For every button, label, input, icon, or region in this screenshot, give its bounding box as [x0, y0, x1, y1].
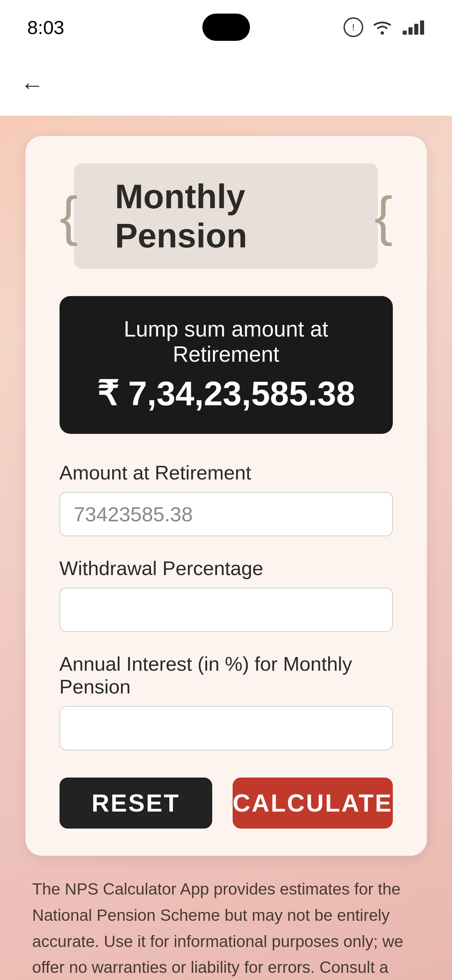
svg-rect-5: [414, 24, 418, 35]
disclaimer-text: The NPS Calculator App provides estimate…: [32, 876, 420, 980]
result-amount: ₹ 7,34,23,585.38: [87, 374, 366, 414]
result-label: Lump sum amount at Retirement: [87, 317, 366, 367]
back-button-row: ←: [0, 54, 452, 116]
svg-rect-6: [420, 21, 424, 35]
button-row: RESET CALCULATE: [60, 778, 393, 829]
notification-icon: !: [343, 17, 363, 37]
svg-text:!: !: [352, 22, 355, 33]
amount-field-group: Amount at Retirement: [60, 461, 393, 536]
svg-rect-4: [408, 27, 412, 35]
amount-input[interactable]: [60, 492, 393, 536]
interest-input[interactable]: [60, 706, 393, 750]
status-time: 8:03: [27, 16, 64, 38]
status-bar: 8:03 !: [0, 0, 452, 54]
page-title: Monthly Pension: [115, 177, 247, 255]
interest-label: Annual Interest (in %) for Monthly Pensi…: [60, 652, 393, 698]
withdrawal-input[interactable]: [60, 588, 393, 632]
reset-button[interactable]: RESET: [60, 778, 212, 829]
status-icons: !: [343, 17, 425, 37]
svg-rect-3: [403, 30, 407, 35]
signal-icon: [401, 19, 425, 36]
back-button[interactable]: ←: [21, 72, 44, 99]
svg-point-2: [381, 31, 384, 35]
title-box: Monthly Pension: [74, 163, 378, 269]
main-card: } Monthly Pension { Lump sum amount at R…: [25, 136, 427, 856]
amount-label: Amount at Retirement: [60, 461, 393, 484]
result-box: Lump sum amount at Retirement ₹ 7,34,23,…: [60, 296, 393, 434]
wifi-icon: [370, 19, 394, 36]
bracket-left-icon: }: [60, 189, 78, 243]
camera-notch: [202, 14, 250, 41]
bracket-right-icon: {: [374, 189, 392, 243]
withdrawal-field-group: Withdrawal Percentage: [60, 557, 393, 632]
disclaimer-section: The NPS Calculator App provides estimate…: [25, 876, 427, 980]
calculate-button[interactable]: CALCULATE: [233, 778, 393, 829]
withdrawal-label: Withdrawal Percentage: [60, 557, 393, 579]
interest-field-group: Annual Interest (in %) for Monthly Pensi…: [60, 652, 393, 750]
title-section: } Monthly Pension {: [60, 163, 393, 269]
